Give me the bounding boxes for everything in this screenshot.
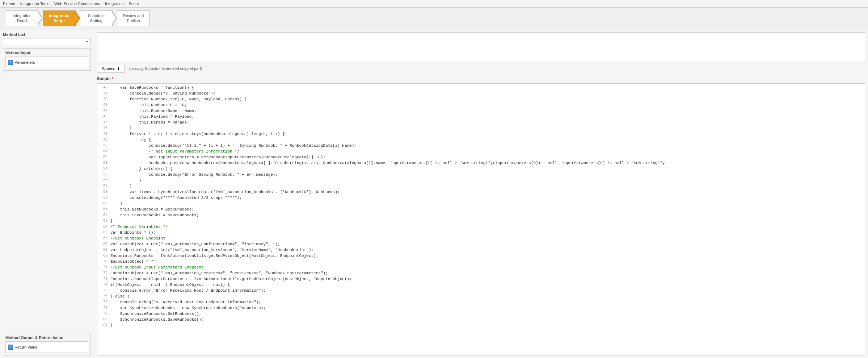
method-input-card: Method Input + Parameters [3, 48, 91, 71]
method-output-label: Method Output & Return Value [5, 336, 88, 340]
code-line: 74if(HostObject == null || EndpointObjec… [97, 282, 865, 288]
code-line: 79 SynchronizeRunbooks.GetRunbooks(); [97, 311, 865, 317]
step-arrow-3 [113, 12, 117, 25]
code-line: 58 var Items = SynchronizeAllHeatData('I… [97, 190, 865, 195]
step-arrow-inner-2 [75, 12, 79, 24]
line-content: var Items = SynchronizeAllHeatData('IVNT… [110, 190, 863, 195]
line-number: 56 [99, 178, 110, 183]
parameters-icon: + [8, 60, 13, 65]
step-arrow-inner-1 [38, 12, 42, 24]
line-number: 79 [99, 311, 110, 316]
nav-extend[interactable]: Extend [3, 1, 15, 6]
line-content: console.debug("**** Completed 3/3 steps … [110, 195, 863, 201]
line-number: 41 [99, 91, 110, 96]
line-number: 61 [99, 207, 110, 212]
left-panel: Method List Method Input + Parameters Me… [0, 29, 94, 358]
code-line: 45 this.Payload = Payload; [97, 114, 865, 120]
line-content: for(var i = 0; i < Object.keys(RunbookCa… [110, 132, 863, 137]
snippet-inner[interactable] [97, 33, 865, 61]
code-line: 76} else { [97, 294, 865, 300]
line-content: /* Endpoint Variables */ [110, 224, 863, 230]
line-content: //Get Runbooks Endpoint [110, 236, 863, 241]
code-line: 50 console.debug("\t3.1." + (i + 1) + ".… [97, 143, 865, 149]
line-number: 54 [99, 166, 110, 171]
method-list-dropdown-wrapper[interactable] [3, 38, 91, 45]
line-number: 51 [99, 149, 110, 154]
line-content: var SynchronizeRunbooks = new Synchroniz… [110, 305, 863, 311]
line-number: 78 [99, 305, 110, 311]
line-number: 40 [99, 85, 110, 90]
snippet-area [97, 32, 865, 61]
line-content: this.SaveRunbooks = SaveRunbooks; [110, 213, 863, 218]
nav-integration[interactable]: Integration [105, 1, 124, 6]
code-line: 77 console.debug("0. Received Host and E… [97, 300, 865, 305]
scripts-label: Scripts [97, 76, 110, 81]
line-content: var Endpoints = {}; [110, 230, 863, 236]
return-value-label: Return Value [14, 345, 37, 349]
step-integration-detail[interactable]: IntegrationDetail [6, 11, 38, 26]
wizard-step-4[interactable]: Review andPublish [117, 11, 150, 26]
line-number: 42 [99, 97, 110, 102]
line-content: //Get Runbook Input Parameters Endpoint [110, 265, 863, 270]
line-number: 67 [99, 242, 110, 247]
code-line: 40 var SaveRunbooks = function() { [97, 85, 865, 91]
code-line: 47 } [97, 126, 865, 132]
code-scroll[interactable]: 40 var SaveRunbooks = function() {41 con… [97, 84, 865, 355]
line-number: 65 [99, 230, 110, 235]
line-content: console.error("Error Receiving Host / En… [110, 288, 863, 294]
code-line: 42 function RunbookItem(ID, Name, Payloa… [97, 97, 865, 103]
append-label: Append [102, 66, 115, 71]
line-content: this.RunbookName = Name; [110, 108, 863, 114]
method-input-label: Method Input [5, 51, 88, 55]
step-review-publish[interactable]: Review andPublish [117, 11, 150, 26]
line-content: this.Payload = Payload; [110, 114, 863, 120]
nav-integration-tools[interactable]: Integration Tools [20, 1, 50, 6]
line-number: 76 [99, 294, 110, 299]
wizard-step-3[interactable]: ScheduleSetting [80, 11, 113, 26]
line-content: console.debug("\t3.1." + (i + 1) + ". Sy… [110, 143, 863, 149]
code-line: 41 console.debug("3. Saving Runbooks"); [97, 91, 865, 97]
line-number: 71 [99, 265, 110, 270]
method-list-select[interactable] [3, 38, 91, 45]
append-down-icon: ⬇ [117, 66, 120, 71]
line-content: SynchronizeRunbooks.SaveRunbooks(); [110, 317, 863, 322]
step-integration-script[interactable]: IntegrationScript [43, 11, 76, 26]
return-value-icon: + [8, 345, 13, 350]
step-schedule-setting[interactable]: ScheduleSetting [80, 11, 113, 26]
code-line: 59 console.debug("**** Completed 3/3 ste… [97, 195, 865, 201]
nav-script[interactable]: Script [128, 1, 139, 6]
code-editor[interactable]: 40 var SaveRunbooks = function() {41 con… [97, 83, 865, 355]
code-line: 70EndpointObject = ""; [97, 259, 865, 265]
code-line: 57 } [97, 184, 865, 190]
wizard-step-2[interactable]: IntegrationScript [43, 11, 76, 26]
line-content: var InputParameters = getRunbookInputPar… [110, 155, 863, 160]
parameters-label: Parameters [14, 60, 35, 64]
line-content: SynchronizeRunbooks.GetRunbooks(); [110, 311, 863, 317]
code-line: 53 Runbooks.push(new RunbookItem(Runbook… [97, 161, 865, 166]
parameters-item[interactable]: + Parameters [8, 59, 86, 66]
return-value-item[interactable]: + Return Value [8, 344, 86, 350]
line-number: 46 [99, 120, 110, 125]
code-line: 60 } [97, 201, 865, 207]
line-content: function RunbookItem(ID, Name, Payload, … [110, 97, 863, 102]
line-number: 64 [99, 224, 110, 229]
line-content: Endpoints.Runbooks = IvntAutomationUtils… [110, 253, 863, 259]
line-number: 66 [99, 236, 110, 241]
line-content: var SaveRunbooks = function() { [110, 85, 863, 91]
line-content: if(HostObject == null || EndpointObject … [110, 282, 863, 288]
line-number: 75 [99, 288, 110, 293]
line-number: 49 [99, 137, 110, 142]
line-content: console.debug("3. Saving Runbooks"); [110, 91, 863, 96]
code-line: 51 /* Get Input Parameters Information *… [97, 149, 865, 155]
append-button[interactable]: Append ⬇ [97, 65, 125, 72]
sep-2: :: [51, 2, 53, 6]
code-line: 65var Endpoints = {}; [97, 230, 865, 236]
nav-web-service[interactable]: Web Service Connections [54, 1, 100, 6]
scripts-label-row: Scripts * [97, 76, 865, 81]
sep-1: :: [17, 2, 19, 6]
code-line: 69Endpoints.Runbooks = IvntAutomationUti… [97, 253, 865, 259]
line-content: } [110, 323, 863, 328]
code-line: 63} [97, 218, 865, 224]
wizard-step-1[interactable]: IntegrationDetail [6, 11, 38, 26]
line-content: } [110, 184, 863, 189]
